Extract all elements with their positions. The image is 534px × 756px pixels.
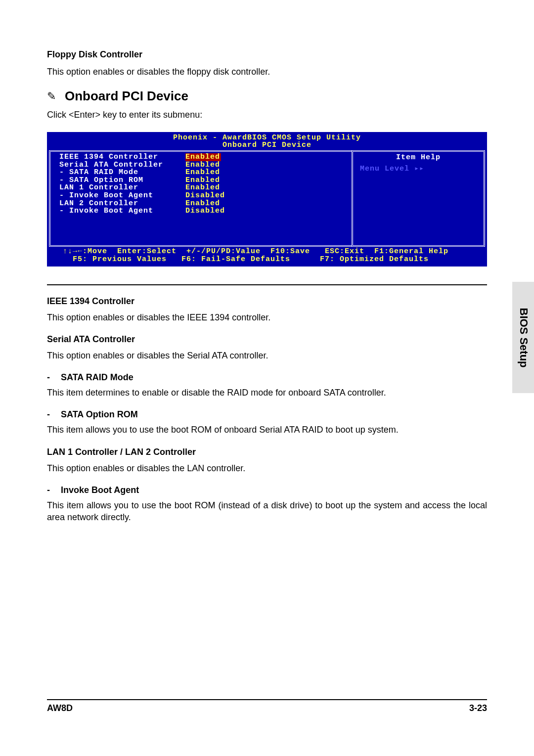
text-invoke-boot-agent: This item allows you to use the boot ROM… (47, 499, 487, 524)
bios-option-label: LAN 1 Controller (59, 184, 185, 192)
text-lan-controllers: This option enables or disables the LAN … (47, 462, 487, 474)
heading-sata-raid-mode: SATA RAID Mode (61, 372, 134, 383)
text-floppy-desc: This option enables or disables the flop… (47, 66, 487, 78)
heading-onboard-pci-device-text: Onboard PCI Device (65, 89, 188, 104)
heading-lan-controllers: LAN 1 Controller / LAN 2 Controller (47, 447, 487, 457)
bios-option-label: Serial ATA Controller (59, 161, 185, 169)
dash-bullet: - (47, 409, 52, 424)
bios-option-value: Enabled (185, 184, 220, 192)
page-footer: AW8D 3-23 (47, 699, 487, 713)
bios-option-row: Serial ATA ControllerEnabled (59, 161, 347, 169)
bios-option-value: Enabled (185, 161, 220, 169)
dash-bullet: - (47, 485, 52, 499)
text-sata-raid-mode: This item determines to enable or disabl… (47, 387, 487, 399)
chevron-right-double-icon: ▸▸ (414, 165, 424, 173)
bios-option-row: LAN 2 ControllerEnabled (59, 200, 347, 208)
side-tab-label: BIOS Setup (517, 308, 530, 367)
bios-option-value: Enabled (185, 177, 220, 184)
bios-help-title: Item Help (360, 153, 477, 162)
bios-footer-keys: ↑↓→←:Move Enter:Select +/-/PU/PD:Value F… (49, 247, 485, 265)
bios-option-label: - Invoke Boot Agent (59, 192, 185, 200)
text-ieee1394: This option enables or disables the IEEE… (47, 311, 487, 323)
heading-floppy-disk-controller: Floppy Disk Controller (47, 49, 487, 60)
bios-option-label: - Invoke Boot Agent (59, 207, 185, 215)
text-sata-option-rom: This item allows you to use the boot ROM… (47, 424, 487, 436)
bios-menu-level: Menu Level ▸▸ (360, 164, 477, 173)
bios-help-panel: Item Help Menu Level ▸▸ (352, 150, 485, 247)
bios-title: Phoenix - AwardBIOS CMOS Setup Utility O… (49, 134, 485, 150)
bios-option-label: - SATA Option ROM (59, 177, 185, 184)
bios-option-value: Enabled (185, 169, 220, 177)
side-tab-bios-setup: BIOS Setup (512, 282, 534, 393)
heading-ieee1394: IEEE 1394 Controller (47, 296, 487, 307)
bios-option-label: - SATA RAID Mode (59, 169, 185, 177)
bios-option-row: - Invoke Boot AgentDisabled (59, 207, 347, 215)
bios-option-value: Enabled (185, 200, 220, 208)
bios-option-label: IEEE 1394 Controller (59, 153, 185, 161)
divider (47, 284, 487, 285)
bios-option-row: - SATA RAID ModeEnabled (59, 169, 347, 177)
bios-screenshot: Phoenix - AwardBIOS CMOS Setup Utility O… (47, 132, 487, 267)
bios-options-panel: IEEE 1394 ControllerEnabledSerial ATA Co… (49, 150, 352, 247)
bios-option-row: - Invoke Boot AgentDisabled (59, 192, 347, 200)
bios-option-row: LAN 1 ControllerEnabled (59, 184, 347, 192)
bios-option-row: - SATA Option ROMEnabled (59, 177, 347, 184)
text-onboard-pci-intro: Click <Enter> key to enter its submenu: (47, 109, 487, 121)
footer-page-number: 3-23 (469, 703, 487, 713)
footer-model: AW8D (47, 703, 73, 713)
bios-option-label: LAN 2 Controller (59, 200, 185, 208)
bios-option-value: Disabled (185, 192, 225, 200)
dash-bullet: - (47, 372, 52, 387)
text-serial-ata: This option enables or disables the Seri… (47, 350, 487, 361)
bios-option-row: IEEE 1394 ControllerEnabled (59, 153, 347, 161)
heading-invoke-boot-agent: Invoke Boot Agent (61, 485, 139, 495)
heading-sata-option-rom: SATA Option ROM (61, 409, 138, 420)
pencil-icon: ✎ (47, 90, 56, 103)
heading-serial-ata: Serial ATA Controller (47, 334, 487, 345)
heading-onboard-pci-device: ✎ Onboard PCI Device (47, 89, 487, 104)
bios-option-value: Enabled (185, 153, 221, 161)
bios-option-value: Disabled (185, 207, 225, 215)
